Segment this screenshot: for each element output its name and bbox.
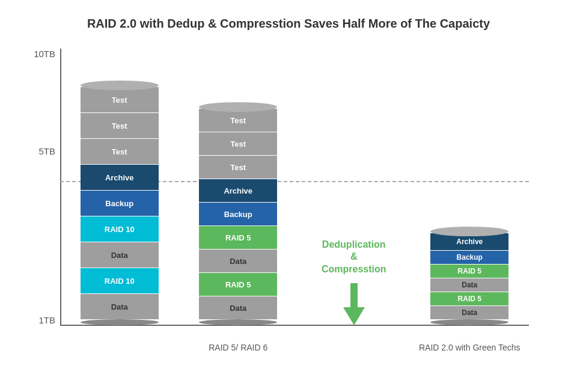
segment-raid5-2: RAID 5 [199, 273, 277, 296]
chart-container: RAID 2.0 with Dedup & Compresst­ion Save… [0, 0, 577, 392]
seg-wrap: Data [81, 294, 159, 319]
segment-data-gt-2: Data [430, 306, 508, 319]
cylinder-stack-3: Archive Backup RAID 5 Data RAID 5 [430, 227, 508, 325]
arrow-shaft [350, 283, 358, 307]
seg-wrap: RAID 5 [430, 292, 508, 305]
segment-data-gt-1: Data [430, 278, 508, 292]
y-label-1tb: 1TB [38, 315, 55, 325]
seg-wrap: RAID 5 [199, 226, 277, 249]
chart-title: RAID 2.0 with Dedup & Compresst­ion Save… [87, 17, 490, 31]
column-group-1: Test Test Test Archive Backup [81, 81, 159, 325]
top-ellipse-2 [199, 102, 277, 112]
bottom-ellipse-2 [199, 319, 277, 325]
segment-test3: Test [81, 139, 159, 164]
y-label-5tb: 5TB [38, 146, 55, 156]
arrow-down-icon [343, 307, 365, 325]
segment-data2: Data [81, 294, 159, 319]
seg-wrap: Data [81, 242, 159, 268]
y-label-10tb: 10TB [34, 49, 55, 59]
seg-wrap: RAID 5 [199, 273, 277, 296]
segment-backup-r5: Backup [199, 203, 277, 225]
segment-backup1: Backup [81, 191, 159, 216]
bottom-ellipse-3 [430, 319, 508, 325]
segment-raid10-2: RAID 10 [81, 268, 159, 293]
cylinder-stack-1: Test Test Test Archive Backup [81, 81, 159, 325]
cylinder-stack-2: Test Test Test Archive Backup [199, 102, 277, 325]
top-ellipse-1 [81, 81, 159, 90]
segment-raid5-gt-1: RAID 5 [430, 265, 508, 278]
seg-wrap: Data [199, 296, 277, 319]
seg-wrap: RAID 10 [81, 268, 159, 293]
dedup-annotation: Deduplication &Compresst­ion [318, 215, 390, 325]
seg-wrap: Data [430, 278, 508, 292]
seg-wrap: Test [81, 139, 159, 164]
segment-test-r5-1: Test [199, 109, 277, 132]
segment-archive1: Archive [81, 165, 159, 190]
segment-test-r5-2: Test [199, 132, 277, 155]
column-group-3: Archive Backup RAID 5 Data RAID 5 [430, 90, 508, 325]
seg-wrap: Test [81, 87, 159, 112]
bottom-ellipse-1 [81, 319, 159, 325]
segment-backup-gt: Backup [430, 251, 508, 264]
seg-wrap: RAID 10 [81, 216, 159, 242]
segment-archive-r5: Archive [199, 179, 277, 202]
seg-wrap: Backup [81, 191, 159, 216]
seg-wrap: Backup [430, 251, 508, 264]
segment-raid5-gt-2: RAID 5 [430, 292, 508, 305]
columns-area: Test Test Test Archive Backup [60, 49, 529, 325]
segment-test2: Test [81, 113, 159, 138]
seg-wrap: Test [81, 113, 159, 138]
y-axis: 10TB 5TB 1TB [30, 49, 60, 325]
column-label-raid5: RAID 5/ RAID 6 [209, 343, 267, 352]
dedup-label: Deduplication &Compresst­ion [318, 239, 390, 276]
seg-wrap: Data [430, 306, 508, 319]
segment-test1: Test [81, 87, 159, 112]
seg-wrap: Test [199, 156, 277, 179]
segment-data1: Data [81, 242, 159, 268]
segment-data-r5-1: Data [199, 250, 277, 272]
segment-raid10-1: RAID 10 [81, 216, 159, 242]
seg-wrap: Data [199, 250, 277, 272]
seg-wrap: Test [199, 109, 277, 132]
segment-raid5-1: RAID 5 [199, 226, 277, 249]
segment-data-r5-2: Data [199, 296, 277, 319]
chart-area: 10TB 5TB 1TB Test Test [30, 43, 547, 355]
seg-wrap: RAID 5 [430, 265, 508, 278]
seg-wrap: Test [199, 132, 277, 155]
arrow-down-group [343, 283, 365, 325]
top-ellipse-3 [430, 227, 508, 236]
seg-wrap: Backup [199, 203, 277, 225]
segment-test-r5-3: Test [199, 156, 277, 179]
seg-wrap: Archive [199, 179, 277, 202]
seg-wrap: Archive [81, 165, 159, 190]
column-group-2: Test Test Test Archive Backup [199, 102, 277, 325]
column-label-raid2: RAID 2.0 with Green Techs [419, 343, 521, 352]
